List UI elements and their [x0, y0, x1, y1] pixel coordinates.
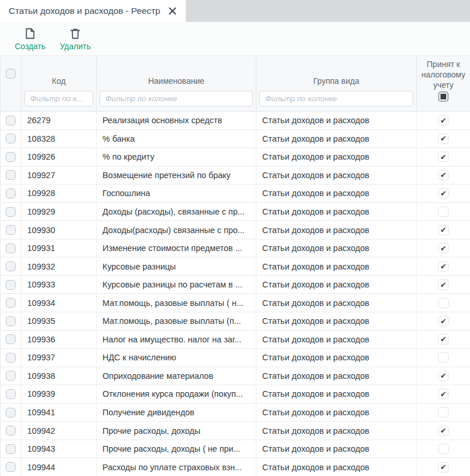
row-select-checkbox[interactable] — [6, 189, 16, 198]
column-header-group[interactable]: Группа вида — [256, 56, 417, 111]
row-code: 109934 — [21, 294, 97, 312]
row-select-checkbox[interactable] — [6, 261, 16, 271]
row-group: Статьи доходов и расходов — [256, 367, 417, 385]
tax-checkbox[interactable]: ✔ — [438, 426, 449, 436]
create-button[interactable]: Создать — [10, 26, 50, 52]
row-group: Статьи доходов и расходов — [256, 203, 417, 221]
code-filter-input[interactable] — [24, 91, 93, 106]
tab-bar: Статьи доходов и расходов - Реестр — [0, 0, 470, 22]
row-group: Статьи доходов и расходов — [256, 257, 417, 275]
delete-button[interactable]: Удалить — [56, 26, 95, 52]
row-select-checkbox[interactable] — [6, 444, 16, 454]
row-select-checkbox[interactable] — [6, 243, 16, 253]
row-select-checkbox[interactable] — [6, 371, 16, 381]
tax-checkbox[interactable]: ✔ — [438, 152, 449, 162]
table-row[interactable]: 109936 Налог на имущество. налог на заг.… — [1, 331, 470, 349]
row-group: Статьи доходов и расходов — [256, 349, 417, 367]
tax-checkbox[interactable] — [438, 407, 449, 418]
tax-checkbox[interactable]: ✔ — [438, 115, 449, 126]
table-row[interactable]: 109937 НДС к начислению Статьи доходов и… — [1, 349, 470, 367]
table-row[interactable]: 108328 % банка Статьи доходов и расходов… — [1, 130, 470, 149]
tax-checkbox[interactable]: ✔ — [438, 316, 449, 326]
row-name: % банка — [97, 130, 256, 148]
row-select-checkbox[interactable] — [6, 389, 16, 399]
tax-checkbox[interactable]: ✔ — [438, 389, 449, 399]
row-select-checkbox[interactable] — [6, 225, 16, 235]
row-code: 108328 — [21, 130, 97, 148]
row-select-checkbox[interactable] — [6, 408, 16, 418]
tax-checkbox[interactable] — [438, 444, 449, 454]
tax-checkbox[interactable]: ✔ — [438, 243, 449, 253]
row-group: Статьи доходов и расходов — [256, 276, 417, 294]
row-group: Статьи доходов и расходов — [256, 404, 417, 422]
row-name: Прочие расходы, доходы ( не при... — [97, 440, 256, 458]
table-row[interactable]: 109944 Расходы по уплате страховых взн..… — [1, 458, 470, 476]
row-select-checkbox[interactable] — [6, 207, 16, 217]
row-group: Статьи доходов и расходов — [256, 458, 417, 476]
tax-checkbox[interactable]: ✔ — [438, 188, 449, 198]
tax-checkbox[interactable]: ✔ — [438, 334, 449, 345]
table-row[interactable]: 26279 Реализация основных средств Статьи… — [1, 112, 470, 130]
tax-checkbox[interactable]: ✔ — [438, 462, 449, 473]
name-filter-input[interactable] — [100, 91, 253, 106]
trash-icon — [69, 27, 82, 40]
table-row[interactable]: 109929 Доходы (расходы), связанные с пр.… — [1, 203, 470, 222]
tax-checkbox[interactable]: ✔ — [438, 371, 449, 381]
tab-active[interactable]: Статьи доходов и расходов - Реестр — [0, 0, 186, 22]
tax-checkbox[interactable]: ✔ — [438, 225, 449, 235]
row-code: 109936 — [21, 331, 97, 349]
table-row[interactable]: 109934 Мат.помощь, разовые выплаты ( н..… — [1, 294, 470, 312]
table-body: 26279 Реализация основных средств Статьи… — [1, 112, 470, 476]
tax-checkbox[interactable]: ✔ — [438, 170, 449, 180]
column-label-name: Наименование — [148, 76, 204, 86]
row-select-checkbox[interactable] — [6, 116, 16, 126]
row-select-checkbox[interactable] — [6, 152, 16, 162]
table-row[interactable]: 109927 Возмещение претензий по браку Ста… — [1, 167, 470, 185]
column-label-tax: Принят к налоговому учету — [417, 56, 470, 91]
table-row[interactable]: 109926 % по кредиту Статьи доходов и рас… — [1, 148, 470, 167]
table-row[interactable]: 109932 Курсовые разницы Статьи доходов и… — [1, 257, 470, 276]
table-row[interactable]: 109942 Прочие расходы, доходы Статьи дох… — [1, 422, 470, 440]
row-select-checkbox[interactable] — [6, 170, 16, 180]
group-filter-input[interactable] — [259, 91, 413, 106]
row-code: 109935 — [21, 312, 97, 330]
row-select-checkbox[interactable] — [6, 316, 16, 326]
table-row[interactable]: 109941 Получение дивидендов Статьи доход… — [1, 404, 470, 422]
tax-checkbox[interactable] — [438, 352, 449, 363]
row-group: Статьи доходов и расходов — [256, 112, 417, 130]
row-name: Прочие расходы, доходы — [97, 422, 256, 440]
table-row[interactable]: 109939 Отклонения курса продажи (покуп..… — [1, 385, 470, 404]
tax-checkbox[interactable]: ✔ — [438, 279, 449, 290]
header-select-cell — [1, 56, 21, 111]
row-select-checkbox[interactable] — [6, 298, 16, 308]
table-row[interactable]: 109935 Мат.помощь, разовые выплаты (п...… — [1, 312, 470, 331]
tax-select-all-checkbox[interactable] — [438, 91, 449, 102]
row-select-checkbox[interactable] — [6, 353, 16, 363]
table-row[interactable]: 109930 Доходы(расходы) связанные с про..… — [1, 221, 470, 239]
row-select-checkbox[interactable] — [6, 426, 16, 436]
tax-checkbox[interactable]: ✔ — [438, 261, 449, 272]
tax-checkbox[interactable] — [438, 298, 449, 308]
table-row[interactable]: 109933 Курсовые разницы по расчетам в ..… — [1, 276, 470, 294]
row-select-checkbox[interactable] — [6, 334, 16, 344]
column-header-name[interactable]: Наименование — [97, 56, 256, 111]
row-name: Мат.помощь, разовые выплаты (п... — [97, 312, 256, 330]
row-select-checkbox[interactable] — [6, 280, 16, 290]
tax-checkbox[interactable] — [438, 206, 449, 217]
row-name: Доходы (расходы), связанные с пр... — [97, 203, 256, 221]
row-name: Реализация основных средств — [97, 112, 256, 130]
delete-button-label: Удалить — [60, 42, 90, 51]
row-code: 26279 — [21, 112, 97, 130]
tax-checkbox[interactable]: ✔ — [438, 134, 449, 144]
table-row[interactable]: 109931 Изменение стоимости предметов ...… — [1, 239, 470, 258]
select-all-checkbox[interactable] — [6, 69, 16, 79]
row-select-checkbox[interactable] — [6, 134, 16, 143]
table-row[interactable]: 109928 Госпошлина Статьи доходов и расхо… — [1, 185, 470, 203]
row-select-checkbox[interactable] — [6, 462, 16, 472]
table-row[interactable]: 109943 Прочие расходы, доходы ( не при..… — [1, 440, 470, 459]
table-row[interactable]: 109938 Оприходование материалов Статьи д… — [1, 367, 470, 386]
column-header-code[interactable]: Код — [21, 56, 97, 111]
tab-close-button[interactable] — [168, 7, 177, 15]
column-header-tax[interactable]: Принят к налоговому учету — [417, 56, 470, 111]
row-code: 109930 — [21, 221, 97, 239]
